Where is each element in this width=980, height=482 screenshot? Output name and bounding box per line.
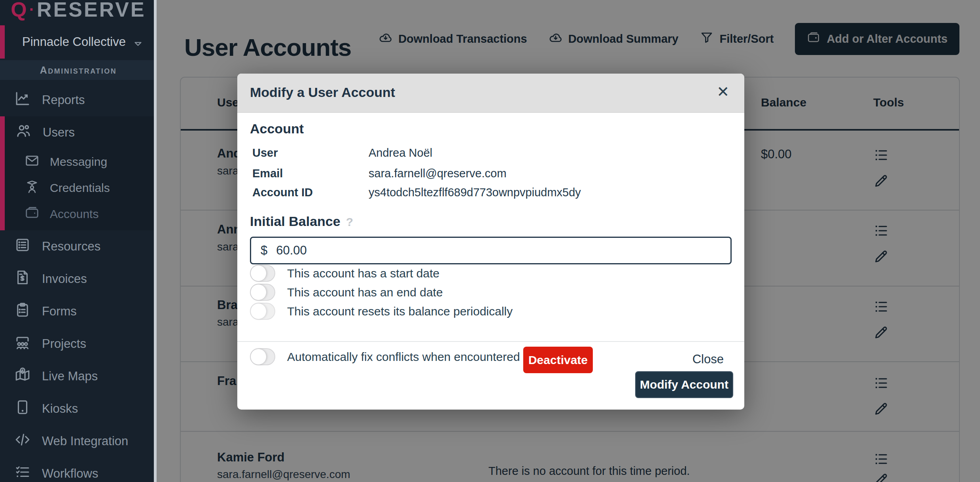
app-screen: Q·RESERVE Pinnacle Collective Administra… — [0, 0, 980, 482]
balance-input[interactable] — [275, 243, 730, 258]
resources-list-icon — [14, 237, 31, 256]
account-id-label: Account ID — [252, 186, 313, 199]
qreserve-logo: Q·RESERVE — [0, 0, 157, 21]
sidebar-group-users: Users Messaging Credentials Accounts — [0, 116, 157, 230]
sidebar-scrollbar[interactable] — [154, 0, 157, 482]
end-date-toggle-row: This account has an end date — [250, 284, 443, 301]
start-date-toggle-row: This account has a start date — [250, 265, 439, 282]
logo-q: Q — [11, 0, 28, 21]
clipboard-icon — [14, 302, 31, 321]
chevron-down-icon — [132, 38, 144, 53]
sidebar-item-label: Messaging — [50, 155, 107, 169]
checklist-icon — [14, 464, 31, 482]
sidebar-section-administration: Administration — [0, 60, 157, 80]
sidebar-item-label: Forms — [42, 304, 77, 319]
end-date-toggle[interactable] — [250, 284, 275, 301]
sidebar-item-credentials[interactable]: Credentials — [5, 175, 157, 201]
fix-conflicts-toggle[interactable] — [250, 348, 275, 365]
toggle-label: This account has an end date — [287, 286, 443, 299]
sidebar-item-forms[interactable]: Forms — [0, 295, 157, 328]
sidebar-item-label: Kiosks — [42, 402, 78, 416]
reports-chart-icon — [14, 90, 31, 110]
resets-balance-toggle[interactable] — [250, 303, 275, 320]
initial-balance-heading: Initial Balance? — [250, 214, 353, 229]
heading-text: Initial Balance — [250, 214, 341, 229]
close-icon[interactable]: ✕ — [717, 83, 729, 101]
user-value: Andrea Noël — [369, 146, 432, 159]
account-section-heading: Account — [250, 121, 304, 137]
sidebar-item-projects[interactable]: Projects — [0, 328, 157, 360]
deactivate-button[interactable]: Deactivate — [523, 347, 593, 373]
initial-balance-field: $ — [250, 237, 732, 264]
sidebar-item-label: Credentials — [50, 181, 110, 195]
sidebar-item-label: Invoices — [42, 272, 87, 286]
sidebar: Q·RESERVE Pinnacle Collective Administra… — [0, 0, 157, 482]
sidebar-item-invoices[interactable]: Invoices — [0, 263, 157, 295]
user-label: User — [252, 146, 278, 159]
sidebar-item-label: Web Integration — [42, 434, 128, 448]
sidebar-item-workflows[interactable]: Workflows — [0, 457, 157, 482]
sidebar-item-label: Accounts — [50, 207, 98, 221]
help-icon[interactable]: ? — [346, 215, 353, 228]
sidebar-item-live-maps[interactable]: Live Maps — [0, 360, 157, 393]
modify-account-button[interactable]: Modify Account — [635, 371, 733, 398]
organization-switcher[interactable]: Pinnacle Collective — [0, 24, 157, 60]
sidebar-item-label: Projects — [42, 337, 86, 351]
currency-prefix: $ — [261, 243, 267, 258]
logo-text: RESERVE — [37, 0, 146, 21]
toggle-label: This account has a start date — [287, 267, 439, 280]
wallet-icon — [25, 205, 40, 223]
sidebar-item-kiosks[interactable]: Kiosks — [0, 393, 157, 425]
start-date-toggle[interactable] — [250, 265, 275, 282]
sidebar-item-reports[interactable]: Reports — [0, 84, 157, 116]
sidebar-item-users[interactable]: Users — [5, 116, 157, 149]
organization-name: Pinnacle Collective — [22, 35, 126, 49]
map-pin-icon — [14, 366, 31, 386]
sidebar-item-label: Users — [43, 125, 75, 140]
email-value: sara.farnell@qreserve.com — [369, 167, 507, 180]
account-id-value: ys4todch5ltezflf689d773ownpvpiudmx5dy — [369, 186, 581, 199]
sidebar-item-label: Live Maps — [42, 369, 98, 383]
sidebar-item-resources[interactable]: Resources — [0, 230, 157, 263]
tablet-icon — [14, 399, 31, 419]
sidebar-item-accounts[interactable]: Accounts — [5, 201, 157, 227]
modify-user-account-modal: Modify a User Account ✕ Account User And… — [237, 74, 744, 410]
users-icon — [15, 123, 32, 142]
sidebar-item-messaging[interactable]: Messaging — [5, 149, 157, 175]
code-icon — [14, 431, 31, 451]
modal-title: Modify a User Account — [250, 85, 395, 100]
modal-footer-divider — [237, 341, 744, 342]
email-label: Email — [252, 167, 283, 180]
sidebar-item-label: Reports — [42, 93, 85, 107]
fix-conflicts-toggle-row: Automatically fix conflicts when encount… — [250, 348, 520, 365]
modal-header: Modify a User Account ✕ — [237, 74, 744, 113]
sidebar-nav: Reports Users Messaging Credentials Ac — [0, 80, 157, 482]
toggle-label: Automatically fix conflicts when encount… — [287, 350, 520, 364]
toggle-label: This account resets its balance periodic… — [287, 305, 513, 318]
invoice-icon — [14, 269, 31, 289]
sidebar-item-label: Resources — [42, 239, 100, 254]
envelope-icon — [25, 153, 40, 171]
logo-dot: · — [28, 1, 37, 18]
resets-toggle-row: This account resets its balance periodic… — [250, 303, 513, 320]
close-button[interactable]: Close — [692, 352, 724, 366]
sidebar-item-web-integration[interactable]: Web Integration — [0, 425, 157, 457]
projects-icon — [14, 334, 31, 354]
graduate-icon — [25, 179, 40, 197]
sidebar-item-label: Workflows — [42, 467, 98, 481]
